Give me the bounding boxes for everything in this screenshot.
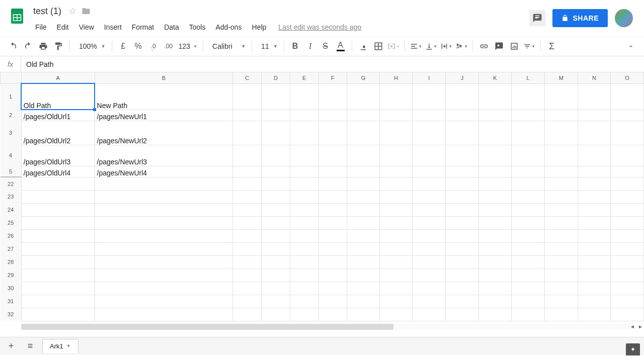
cell[interactable] [347,110,380,121]
row-header[interactable]: 24 [1,203,22,216]
cell[interactable] [262,177,290,190]
cell[interactable]: /pages/NewUrl1 [95,110,233,121]
cell[interactable] [95,229,233,242]
cell[interactable] [512,203,545,216]
cell[interactable] [233,190,262,203]
cell[interactable] [512,83,545,110]
cell[interactable] [413,242,446,255]
cell[interactable] [262,282,290,295]
cell[interactable] [318,203,347,216]
cell[interactable] [611,145,644,166]
menu-insert[interactable]: Insert [100,21,126,33]
cell[interactable] [233,295,262,308]
cell[interactable] [611,121,644,145]
cell[interactable] [318,255,347,268]
cell[interactable] [233,166,262,177]
cell[interactable] [413,295,446,308]
cell[interactable] [318,242,347,255]
cell[interactable] [446,203,479,216]
cell[interactable] [446,242,479,255]
row-header[interactable]: 32 [1,308,22,321]
cell[interactable] [512,145,545,166]
font-size-select[interactable]: 11▼ [256,42,280,50]
cell[interactable] [446,295,479,308]
cell[interactable] [544,121,578,145]
cell[interactable] [21,190,95,203]
cell[interactable] [413,255,446,268]
text-rotation-icon[interactable]: ▾ [454,39,468,53]
cell[interactable] [233,203,262,216]
cell[interactable] [318,110,347,121]
cell[interactable] [262,242,290,255]
cell[interactable] [318,229,347,242]
cell[interactable] [290,295,318,308]
merge-cells-icon[interactable]: ▾ [386,39,400,53]
collapse-toolbar-icon[interactable] [624,39,638,53]
borders-icon[interactable] [371,39,385,53]
horizontal-scrollbar[interactable] [21,324,634,330]
cell[interactable] [578,83,611,110]
row-header[interactable]: 4 [1,145,22,166]
cell[interactable] [446,282,479,295]
cell[interactable] [512,216,545,229]
cell[interactable] [544,83,578,110]
cell[interactable] [347,308,380,321]
print-icon[interactable] [36,39,50,53]
menu-addons[interactable]: Add-ons [211,21,246,33]
cell[interactable] [413,216,446,229]
currency-button[interactable]: £ [116,39,130,53]
cell[interactable] [611,308,644,321]
column-header[interactable]: M [544,72,578,83]
cell[interactable] [544,255,578,268]
cell[interactable] [578,242,611,255]
cell[interactable] [262,203,290,216]
cell[interactable] [290,216,318,229]
cell[interactable] [611,203,644,216]
cell[interactable] [578,190,611,203]
percent-button[interactable]: % [131,39,145,53]
insert-comment-icon[interactable] [492,39,506,53]
cell[interactable] [379,295,413,308]
cell[interactable] [262,255,290,268]
insert-chart-icon[interactable] [507,39,521,53]
column-header[interactable]: B [95,72,233,83]
undo-icon[interactable] [6,39,20,53]
cell[interactable] [379,177,413,190]
cell[interactable] [347,145,380,166]
cell[interactable] [95,216,233,229]
scroll-left-icon[interactable]: ◄ [629,323,636,330]
filter-icon[interactable]: ▾ [522,39,536,53]
cell[interactable] [578,255,611,268]
cell[interactable] [611,190,644,203]
document-title[interactable]: test (1) [31,5,63,18]
cell[interactable]: New Path [95,83,233,110]
cell[interactable] [318,216,347,229]
cell[interactable] [21,229,95,242]
cell[interactable] [379,242,413,255]
cell[interactable] [544,308,578,321]
cell[interactable] [544,282,578,295]
menu-tools[interactable]: Tools [185,21,210,33]
menu-edit[interactable]: Edit [53,21,73,33]
cell[interactable] [379,308,413,321]
row-header[interactable]: 30 [1,282,22,295]
cell[interactable] [233,242,262,255]
cell[interactable] [611,229,644,242]
cell[interactable] [347,190,380,203]
cell[interactable] [544,216,578,229]
cell[interactable] [512,121,545,145]
cell[interactable] [512,255,545,268]
cell[interactable] [95,295,233,308]
cell[interactable] [262,83,290,110]
cell[interactable] [611,177,644,190]
cell[interactable] [512,190,545,203]
cell[interactable] [446,145,479,166]
cell[interactable] [413,203,446,216]
cell[interactable] [318,145,347,166]
last-edit-link[interactable]: Last edit was seconds ago [278,23,361,31]
cell[interactable]: /pages/NewUrl3 [95,145,233,166]
cell[interactable] [379,166,413,177]
cell[interactable] [290,110,318,121]
cell[interactable] [95,308,233,321]
row-header[interactable]: 2 [1,110,22,121]
